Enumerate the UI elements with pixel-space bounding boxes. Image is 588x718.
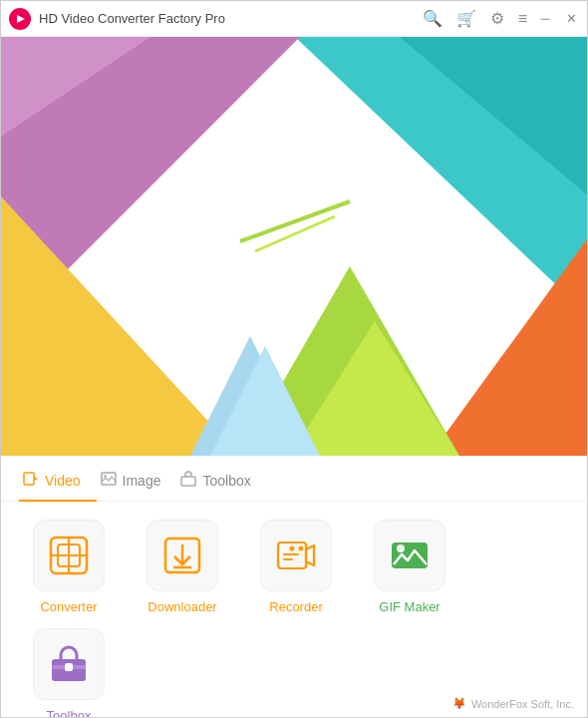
svg-point-16 <box>263 155 327 238</box>
svg-point-34 <box>299 546 304 551</box>
footer-text: WonderFox Soft, Inc. <box>471 698 574 710</box>
minimize-button[interactable]: ─ <box>537 11 553 26</box>
tool-toolbox[interactable]: Toolbox <box>19 628 119 718</box>
close-button[interactable]: ✕ <box>563 11 579 26</box>
menu-icon[interactable]: ≡ <box>518 10 527 28</box>
svg-rect-41 <box>65 663 73 671</box>
hero-banner <box>1 37 588 456</box>
tab-video[interactable]: Video <box>19 471 97 502</box>
gif-maker-icon-wrap <box>374 520 445 591</box>
tab-image-label: Image <box>123 473 161 489</box>
svg-rect-36 <box>283 558 293 560</box>
svg-rect-19 <box>24 473 34 485</box>
toolbox-label: Toolbox <box>47 708 92 718</box>
tabs-section: Video Image Toolbox <box>1 456 587 502</box>
tool-gif-maker[interactable]: GIF Maker <box>360 520 459 614</box>
cart-icon[interactable]: 🛒 <box>456 9 476 28</box>
window-controls: ─ ✕ <box>537 11 579 26</box>
wonderfox-icon: 🦊 <box>452 697 466 710</box>
search-icon[interactable]: 🔍 <box>423 9 442 28</box>
downloader-icon-wrap <box>147 520 218 591</box>
svg-rect-23 <box>181 477 195 486</box>
tab-video-label: Video <box>45 473 81 489</box>
svg-marker-32 <box>306 545 314 565</box>
svg-marker-20 <box>34 477 38 481</box>
svg-point-22 <box>104 475 106 477</box>
tab-toolbox-label: Toolbox <box>202 473 250 489</box>
recorder-icon-wrap <box>260 520 332 591</box>
tool-converter[interactable]: Converter <box>19 520 119 614</box>
tab-image[interactable]: Image <box>97 471 177 502</box>
converter-label: Converter <box>40 599 97 614</box>
tool-recorder[interactable]: Recorder <box>246 520 346 614</box>
svg-point-33 <box>290 546 295 551</box>
tools-section: Converter Downloader Recorder <box>1 502 587 718</box>
image-tab-icon <box>101 471 117 490</box>
tab-toolbox[interactable]: Toolbox <box>176 471 266 502</box>
footer: 🦊 WonderFox Soft, Inc. <box>452 697 574 710</box>
titlebar-icons: 🔍 🛒 ⚙ ≡ <box>423 9 527 28</box>
svg-rect-35 <box>283 553 299 555</box>
downloader-label: Downloader <box>147 599 216 614</box>
settings-icon[interactable]: ⚙ <box>490 9 504 28</box>
video-tab-icon <box>23 471 39 490</box>
toolbox-icon-wrap <box>33 628 105 700</box>
gif-maker-label: GIF Maker <box>379 599 440 614</box>
toolbox-tab-icon <box>180 471 196 490</box>
app-logo <box>9 8 31 30</box>
recorder-label: Recorder <box>269 599 322 614</box>
title-bar: HD Video Converter Factory Pro 🔍 🛒 ⚙ ≡ ─… <box>1 1 587 37</box>
svg-point-38 <box>397 544 405 552</box>
app-title: HD Video Converter Factory Pro <box>39 11 423 26</box>
converter-icon-wrap <box>33 520 105 591</box>
tool-downloader[interactable]: Downloader <box>133 520 232 614</box>
